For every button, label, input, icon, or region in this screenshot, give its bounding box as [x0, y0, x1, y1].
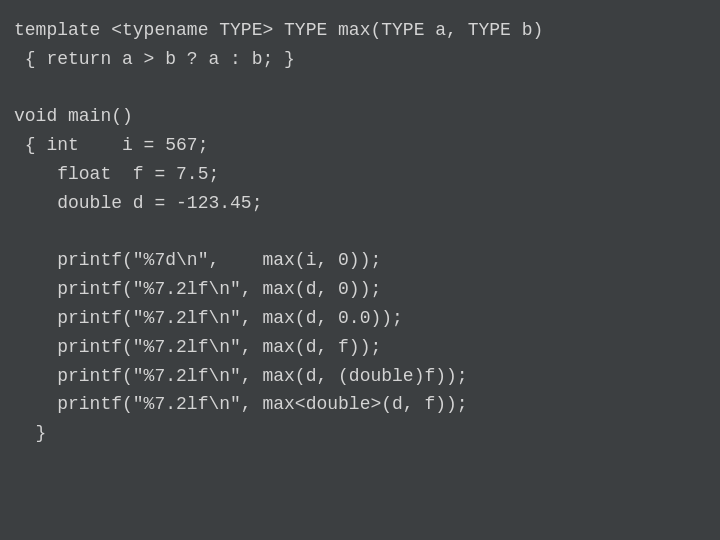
code-line: printf("%7.2lf\n", max(d, 0));	[14, 275, 706, 304]
code-line: template <typename TYPE> TYPE max(TYPE a…	[14, 16, 706, 45]
code-line: }	[14, 419, 706, 448]
code-line: double d = -123.45;	[14, 189, 706, 218]
code-line: printf("%7.2lf\n", max<double>(d, f));	[14, 390, 706, 419]
code-line: { int i = 567;	[14, 131, 706, 160]
code-line: printf("%7.2lf\n", max(d, f));	[14, 333, 706, 362]
code-line: void main()	[14, 102, 706, 131]
empty-line	[14, 218, 706, 247]
code-line: printf("%7d\n", max(i, 0));	[14, 246, 706, 275]
code-line: printf("%7.2lf\n", max(d, 0.0));	[14, 304, 706, 333]
empty-line	[14, 74, 706, 103]
code-line: float f = 7.5;	[14, 160, 706, 189]
code-line: printf("%7.2lf\n", max(d, (double)f));	[14, 362, 706, 391]
code-display: template <typename TYPE> TYPE max(TYPE a…	[14, 16, 706, 448]
code-line: { return a > b ? a : b; }	[14, 45, 706, 74]
